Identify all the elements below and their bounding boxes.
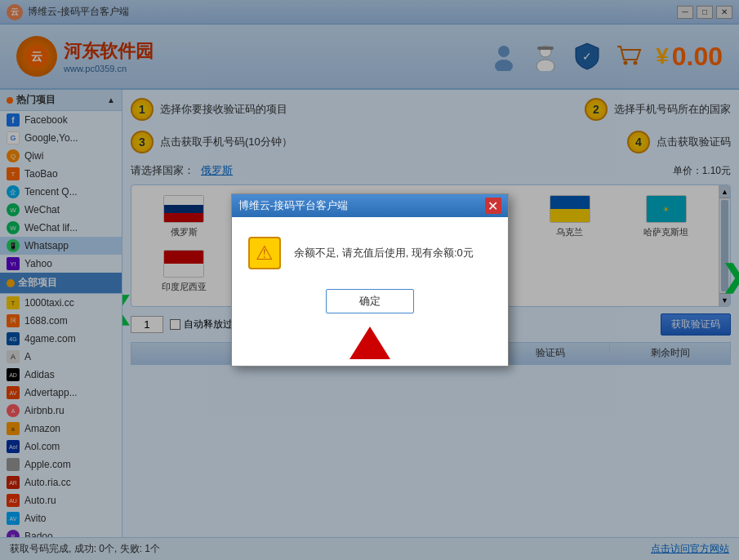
- red-arrow-container: [232, 327, 508, 366]
- confirm-button[interactable]: 确定: [326, 289, 414, 313]
- dialog-close-button[interactable]: ✕: [485, 198, 501, 214]
- dialog-footer: 确定: [232, 282, 508, 327]
- dialog-title-bar: 博维云-接码平台客户端 ✕: [232, 194, 508, 217]
- red-arrow-svg: [349, 327, 390, 359]
- dialog-title: 博维云-接码平台客户端: [238, 198, 348, 213]
- warning-icon: ⚠: [248, 237, 281, 269]
- dialog-message: 余额不足, 请充值后使用, 现有余额:0元: [294, 245, 474, 262]
- dialog-body: ⚠ 余额不足, 请充值后使用, 现有余额:0元: [232, 217, 508, 282]
- alert-dialog: 博维云-接码平台客户端 ✕ ⚠ 余额不足, 请充值后使用, 现有余额:0元 确定: [231, 193, 509, 367]
- warning-symbol: ⚠: [256, 242, 274, 264]
- dialog-overlay: 博维云-接码平台客户端 ✕ ⚠ 余额不足, 请充值后使用, 现有余额:0元 确定: [0, 0, 739, 560]
- svg-marker-10: [349, 327, 390, 359]
